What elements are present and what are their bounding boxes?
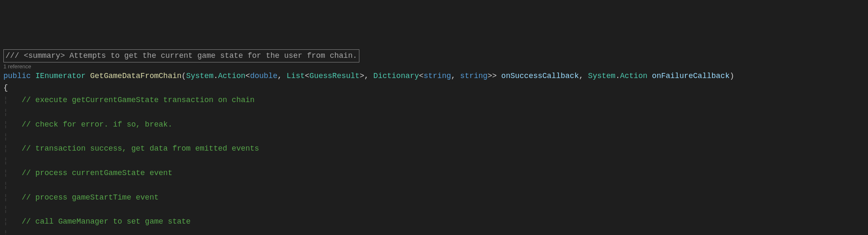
code-editor[interactable]: /// <summary> Attempts to get the curren…: [3, 49, 865, 235]
param-onsuccess: onSuccessCallback: [501, 72, 579, 80]
angle-open-2: <: [305, 72, 309, 80]
brace-open: {: [3, 84, 8, 92]
doc-prefix: ///: [5, 51, 19, 60]
paren-close: ): [730, 72, 734, 80]
param-onfailure: onFailureCallback: [652, 72, 730, 80]
type-ienumerator: IEnumerator: [36, 72, 86, 80]
method-name: GetGameDataFromChain: [90, 72, 181, 80]
comma: ,: [277, 72, 287, 80]
comma-4: ,: [579, 72, 588, 80]
xml-doc-summary: /// <summary> Attempts to get the curren…: [3, 49, 359, 62]
double-angle-close: >>: [487, 72, 497, 80]
ns-system: System: [186, 72, 214, 80]
comma-2: ,: [364, 72, 373, 80]
paren-open: (: [181, 72, 186, 80]
dot: .: [214, 72, 218, 80]
type-double: double: [250, 72, 277, 80]
comment-6: // call GameManager to set game state: [22, 217, 191, 226]
comment-4: // process currentGameState event: [22, 169, 172, 177]
comma-3: ,: [451, 72, 460, 80]
doc-tag-open: <summary>: [24, 51, 65, 60]
type-string-1: string: [424, 72, 451, 80]
codelens-references[interactable]: 1 reference: [3, 63, 865, 70]
dot-2: .: [616, 72, 620, 80]
angle-open: <: [246, 72, 250, 80]
angle-close-1: >: [360, 72, 364, 80]
type-action-2: Action: [620, 72, 647, 80]
comment-3: // transaction success, get data from em…: [22, 144, 259, 153]
type-guessresult: GuessResult: [309, 72, 360, 80]
doc-text: Attempts to get the current game state f…: [65, 51, 357, 60]
keyword-public: public: [3, 72, 31, 80]
type-action-1: Action: [218, 72, 246, 80]
ns-system-2: System: [588, 72, 616, 80]
type-list: List: [287, 72, 305, 80]
type-string-2: string: [460, 72, 487, 80]
comment-2: // check for error. if so, break.: [22, 120, 172, 129]
type-dictionary: Dictionary: [373, 72, 419, 80]
comment-5: // process gameStartTime event: [22, 193, 159, 202]
comment-1: // execute getCurrentGameState transacti…: [22, 96, 255, 104]
angle-open-3: <: [419, 72, 424, 80]
